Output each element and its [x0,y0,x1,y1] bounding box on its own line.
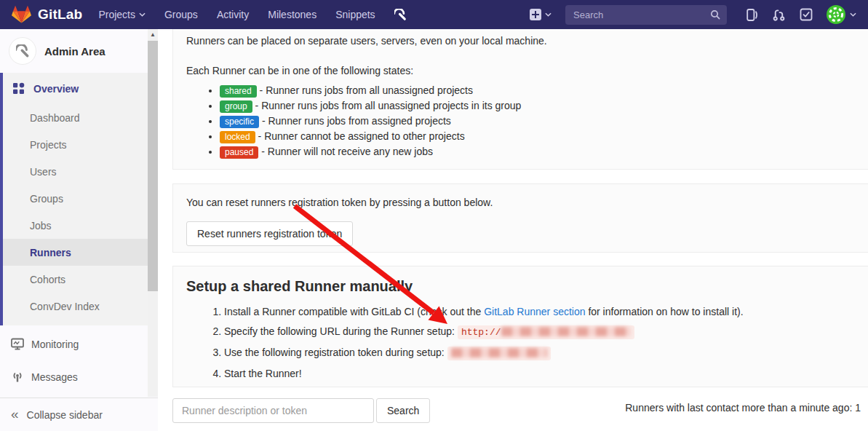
runners-last-contact-stat: Runners with last contact more than a mi… [625,402,861,414]
status-badge: paused [220,146,258,159]
sidebar-item-overview[interactable]: Overview [3,73,148,104]
list-item: Use the following registration token dur… [224,345,855,361]
states-heading: Each Runner can be in one of the followi… [186,63,855,78]
todos-link[interactable] [800,8,813,21]
stat-value: 1 [855,402,861,414]
nav-milestones[interactable]: Milestones [268,9,316,20]
list-item: specific - Runner runs jobs from assigne… [220,114,855,129]
global-search [565,5,727,25]
collapse-sidebar-button[interactable]: « Collapse sidebar [0,398,158,431]
status-badge: specific [220,116,259,128]
new-dropdown-button[interactable] [530,9,552,20]
intro-text: Runners can be placed on separate users,… [186,33,855,48]
avatar [827,5,845,24]
scrollbar-thumb[interactable] [148,41,158,291]
sidebar-item-messages[interactable]: Messages [0,360,148,393]
sidebar-item-users[interactable]: Users [3,158,148,185]
issues-icon [745,8,758,22]
user-menu[interactable] [827,5,856,24]
admin-wrench-link[interactable] [394,9,407,21]
chevron-down-icon [850,12,856,17]
status-badge: shared [220,85,257,98]
nav-groups[interactable]: Groups [164,9,198,20]
sidebar-item-jobs[interactable]: Jobs [3,212,148,239]
sidebar-item-cohorts[interactable]: Cohorts [3,266,148,293]
list-item: group - Runner runs jobs from all unassi… [220,98,855,114]
redacted-token [451,348,547,357]
sidebar-item-label: Overview [33,83,79,95]
search-icon [710,9,720,20]
tanuki-logo-icon [12,5,31,24]
merge-requests-link[interactable] [772,8,786,22]
chevron-down-icon [139,12,146,17]
admin-area-avatar [9,37,36,65]
admin-area-header[interactable]: Admin Area [0,29,158,73]
nav-activity[interactable]: Activity [217,9,249,20]
search-input[interactable] [572,9,710,21]
nav-projects[interactable]: Projects [98,9,146,20]
list-item: shared - Runner runs jobs from all unass… [220,83,855,98]
list-item: Start the Runner! [224,366,855,381]
plus-icon [530,9,541,20]
setup-runner-panel: Setup a shared Runner manually Install a… [172,266,868,387]
runner-states-list: shared - Runner runs jobs from all unass… [186,83,855,159]
nav-snippets[interactable]: Snippets [335,9,375,20]
redacted-url [501,327,631,336]
gitlab-runner-section-link[interactable]: GitLab Runner section [484,306,585,317]
sidebar-item-monitoring[interactable]: Monitoring [0,328,148,360]
overview-grid-icon [12,82,25,95]
chevron-down-icon [545,12,552,17]
collapse-chevrons-icon: « [11,407,19,421]
admin-sidebar: Admin Area Overview Dashboard Projects U… [0,29,158,431]
merge-request-icon [772,8,786,22]
wrench-icon [16,44,30,58]
runner-states-panel: Runners can be placed on separate users,… [172,29,868,170]
sidebar-item-convdev-index[interactable]: ConvDev Index [3,293,148,320]
top-navbar: GitLab Projects Groups Activity Mileston… [0,0,868,29]
navbar-right-group [530,5,856,25]
sidebar-item-groups[interactable]: Groups [3,185,148,212]
sidebar-scrollbar[interactable]: ▲ [148,29,158,397]
runner-url-code: http:// [458,325,634,339]
brand-wordmark: GitLab [38,7,82,23]
todos-icon [800,8,813,21]
status-badge: group [220,100,252,113]
sidebar-context-title: Admin Area [44,45,105,58]
runner-filter-input[interactable] [172,398,374,423]
broadcast-icon [10,370,25,384]
sidebar-item-dashboard[interactable]: Dashboard [3,104,148,131]
status-badge: locked [220,131,255,143]
sidebar-secondary-group: Monitoring Messages [0,328,148,393]
list-item: paused - Runner will not receive any new… [220,144,855,159]
list-item: Specify the following URL during the Run… [224,324,855,340]
monitoring-icon [10,337,25,351]
gitlab-home-link[interactable]: GitLab [12,5,82,24]
list-item: Install a Runner compatible with GitLab … [224,304,855,319]
scrollbar-up-arrow[interactable]: ▲ [148,29,158,40]
reset-token-text: You can reset runners registration token… [186,195,855,210]
main-content: Runners can be placed on separate users,… [158,29,868,431]
runner-search-button[interactable]: Search [376,398,430,423]
sidebar-overview-group: Overview Dashboard Projects Users Groups… [0,73,148,325]
wrench-icon [394,9,407,21]
sidebar-item-projects[interactable]: Projects [3,131,148,158]
list-item: locked - Runner cannot be assigned to ot… [220,129,855,144]
sidebar-item-runners[interactable]: Runners [3,239,148,266]
registration-token-code [447,347,551,360]
setup-steps-list: Install a Runner compatible with GitLab … [186,304,855,381]
runner-filter-bar: Search [172,398,430,423]
main-nav: Projects Groups Activity Milestones Snip… [98,9,375,20]
issues-link[interactable] [745,8,758,22]
setup-heading: Setup a shared Runner manually [186,278,855,295]
reset-runners-token-button[interactable]: Reset runners registration token [186,221,353,246]
reset-token-panel: You can reset runners registration token… [172,183,868,253]
